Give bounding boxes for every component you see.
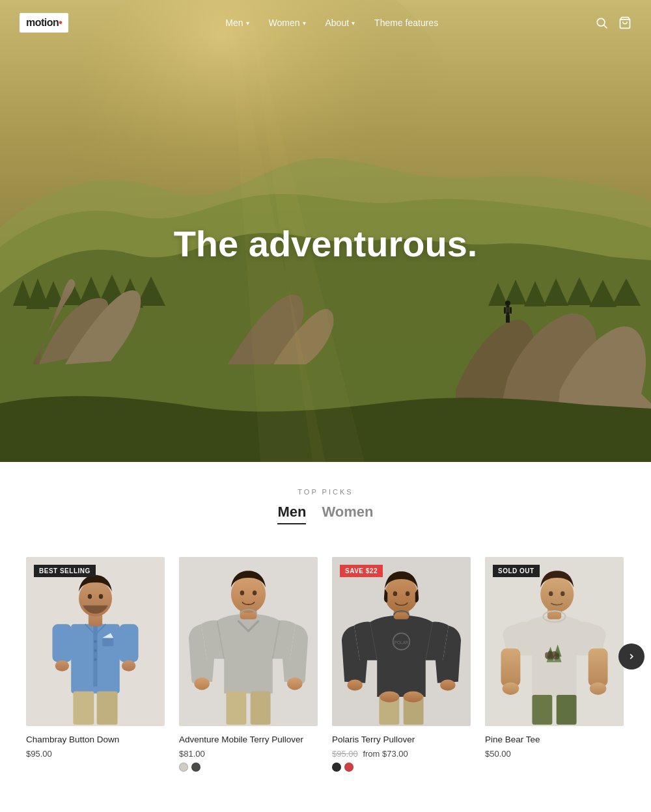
- product-card[interactable]: SOLD OUT: [485, 557, 624, 772]
- svg-rect-79: [532, 695, 552, 725]
- site-header: motion• Men ▾ Women ▾ About ▾ Theme feat…: [0, 0, 651, 46]
- nav-men[interactable]: Men ▾: [217, 12, 256, 33]
- chevron-down-icon: ▾: [352, 20, 355, 27]
- svg-point-31: [94, 649, 96, 652]
- product-price: $95.00: [26, 749, 165, 759]
- hero-section: The adventurous.: [0, 0, 651, 462]
- svg-point-32: [94, 658, 96, 660]
- svg-point-20: [505, 301, 510, 306]
- product-price: $50.00: [485, 749, 624, 759]
- product-badge: BEST SELLING: [34, 565, 96, 577]
- svg-point-41: [88, 594, 92, 599]
- svg-point-77: [503, 683, 519, 695]
- svg-line-1: [604, 25, 607, 29]
- product-name: Adventure Mobile Terry Pullover: [179, 734, 318, 746]
- color-swatch[interactable]: [344, 763, 353, 772]
- svg-point-0: [597, 18, 605, 26]
- search-icon[interactable]: [595, 16, 608, 29]
- product-price: $81.00: [179, 749, 318, 759]
- product-image-wrap: BEST SELLING: [26, 557, 165, 726]
- svg-rect-76: [589, 649, 608, 687]
- color-swatch[interactable]: [179, 763, 188, 772]
- product-badge: SAVE $22: [340, 565, 383, 577]
- svg-point-84: [561, 591, 564, 596]
- header-actions: [595, 16, 631, 29]
- svg-point-61: [440, 679, 455, 690]
- products-section: BEST SELLING: [0, 557, 651, 772]
- chevron-down-icon: ▾: [303, 20, 306, 27]
- svg-rect-50: [251, 692, 271, 725]
- svg-rect-49: [226, 692, 246, 725]
- picks-tabs: Men Women: [0, 504, 651, 524]
- svg-point-69: [406, 591, 409, 596]
- product-image-wrap: SAVE $22 POLAR: [332, 557, 471, 726]
- svg-point-67: [385, 577, 418, 613]
- product-badge: SOLD OUT: [493, 565, 540, 577]
- product-name: Polaris Terry Pullover: [332, 734, 471, 746]
- product-image-wrap: [179, 557, 318, 726]
- svg-rect-43: [102, 638, 113, 647]
- product-price: $95.00 from $73.00: [332, 749, 471, 759]
- product-card[interactable]: Adventure Mobile Terry Pullover $81.00: [179, 557, 318, 772]
- svg-point-68: [393, 591, 397, 596]
- nav-about[interactable]: About ▾: [318, 12, 363, 33]
- color-swatches: [332, 763, 471, 772]
- cart-icon[interactable]: [618, 16, 631, 29]
- svg-rect-23: [510, 307, 512, 314]
- svg-point-53: [240, 591, 244, 595]
- logo[interactable]: motion•: [20, 13, 68, 33]
- svg-rect-33: [52, 624, 72, 662]
- chevron-down-icon: ▾: [246, 20, 249, 27]
- svg-rect-34: [119, 624, 139, 662]
- tab-men[interactable]: Men: [277, 504, 306, 524]
- color-swatch[interactable]: [191, 763, 201, 772]
- svg-point-78: [590, 683, 607, 695]
- svg-point-42: [99, 594, 103, 599]
- product-name: Pine Bear Tee: [485, 734, 624, 746]
- svg-point-83: [549, 591, 553, 596]
- svg-rect-80: [557, 695, 577, 725]
- svg-rect-75: [501, 649, 520, 687]
- svg-point-60: [347, 679, 362, 690]
- svg-rect-22: [504, 307, 506, 314]
- logo-text: motion•: [26, 17, 62, 28]
- svg-point-36: [122, 660, 135, 671]
- svg-rect-25: [508, 315, 510, 323]
- color-swatches: [179, 763, 318, 772]
- svg-rect-38: [97, 692, 118, 725]
- svg-point-30: [94, 640, 96, 643]
- svg-rect-37: [73, 692, 94, 725]
- color-swatch[interactable]: [332, 763, 341, 772]
- svg-point-52: [231, 576, 266, 614]
- next-products-button[interactable]: [618, 643, 644, 670]
- nav-women[interactable]: Women ▾: [261, 12, 314, 33]
- svg-point-54: [253, 591, 256, 595]
- svg-point-47: [194, 677, 209, 690]
- tab-women[interactable]: Women: [322, 504, 373, 524]
- svg-text:POLAR: POLAR: [395, 640, 409, 645]
- hero-title: The adventurous.: [174, 223, 478, 265]
- top-picks-section: TOP PICKS Men Women: [0, 462, 651, 557]
- svg-point-35: [55, 660, 69, 671]
- svg-point-64: [380, 692, 399, 703]
- product-card[interactable]: BEST SELLING: [26, 557, 165, 772]
- svg-point-82: [540, 576, 574, 612]
- svg-point-65: [404, 692, 423, 703]
- main-nav: Men ▾ Women ▾ About ▾ Theme features: [217, 12, 446, 33]
- product-card[interactable]: SAVE $22 POLAR: [332, 557, 471, 772]
- product-image-wrap: SOLD OUT: [485, 557, 624, 726]
- product-name: Chambray Button Down: [26, 734, 165, 746]
- svg-rect-24: [506, 315, 508, 323]
- svg-rect-26: [506, 307, 509, 312]
- nav-theme-features[interactable]: Theme features: [367, 12, 446, 33]
- svg-point-48: [287, 677, 302, 690]
- products-row: BEST SELLING: [26, 557, 625, 772]
- section-label: TOP PICKS: [0, 488, 651, 496]
